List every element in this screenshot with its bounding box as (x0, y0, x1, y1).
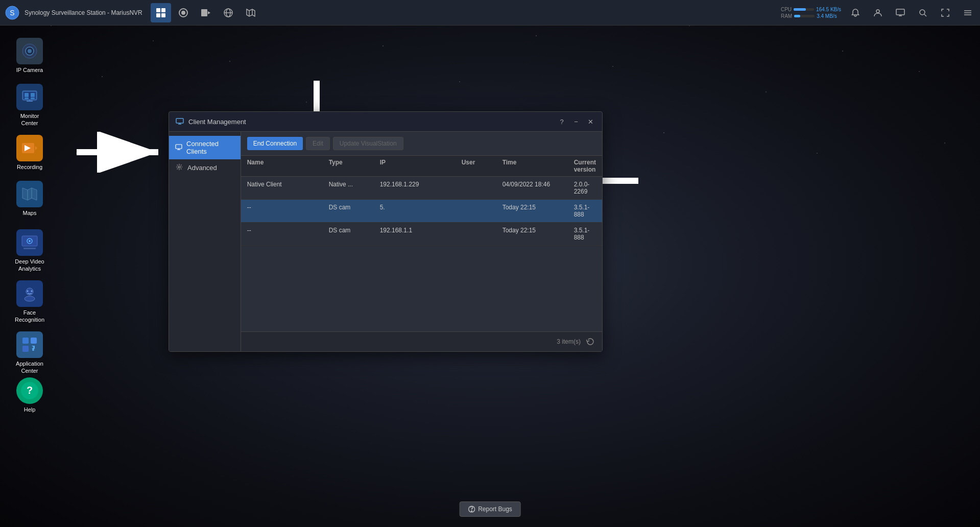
row3-time: Today 22:15 (503, 227, 574, 241)
col-name: Name (247, 159, 329, 173)
ip-camera-label: IP Camera (16, 66, 43, 74)
desktop-icon-application-center[interactable]: Application Center (9, 329, 50, 377)
item-count: 3 item(s) (557, 338, 581, 345)
svg-rect-33 (31, 93, 35, 97)
svg-rect-32 (25, 93, 29, 97)
table-header: Name Type IP User Time Current version (241, 156, 602, 177)
row2-time: Today 22:15 (503, 204, 574, 218)
row1-user (462, 181, 503, 195)
nav-btn-camera[interactable] (173, 3, 194, 22)
connected-clients-icon (175, 143, 182, 152)
dialog-body: Connected Clients Advanced End Conn (169, 132, 602, 351)
data-table: Name Type IP User Time Current version N… (241, 156, 602, 331)
desktop-icon-ip-camera[interactable]: IP Camera (9, 36, 50, 76)
menu-icon[interactable] (960, 5, 976, 21)
update-visual-station-button[interactable]: Update VisualStation (333, 137, 403, 150)
svg-rect-34 (25, 98, 29, 99)
svg-marker-9 (208, 11, 210, 14)
svg-rect-4 (156, 13, 160, 17)
row1-version: 2.0.0-2269 (574, 181, 596, 195)
search-icon[interactable] (915, 5, 931, 21)
app-title: Synology Surveillance Station - MariusNV… (25, 9, 142, 16)
end-connection-button[interactable]: End Connection (247, 137, 303, 150)
dialog-main: End Connection Edit Update VisualStation… (241, 132, 602, 351)
sidebar-item-advanced[interactable]: Advanced (169, 159, 241, 176)
help-button[interactable]: ? (556, 116, 567, 127)
svg-point-65 (178, 166, 180, 168)
user-icon[interactable] (870, 5, 886, 21)
face-recognition-label: Face Recognition (11, 309, 48, 324)
sidebar-item-connected-clients[interactable]: Connected Clients (169, 136, 241, 159)
row1-ip: 192.168.1.229 (380, 181, 462, 195)
svg-point-47 (25, 296, 35, 301)
desktop-icon-monitor-center[interactable]: Monitor Center (9, 82, 50, 129)
deep-video-label: Deep Video Analytics (11, 258, 48, 273)
dialog-toolbar: End Connection Edit Update VisualStation (241, 132, 602, 156)
svg-text:?: ? (27, 385, 33, 396)
col-user: User (462, 159, 503, 173)
nav-btn-network[interactable] (218, 3, 238, 22)
fullscreen-icon[interactable] (937, 5, 953, 21)
row2-type: DS cam (329, 204, 380, 218)
svg-line-21 (924, 14, 926, 16)
table-row[interactable]: -- DS cam 192.168.1.1 Today 22:15 3.5.1-… (241, 223, 602, 246)
col-ip: IP (380, 159, 462, 173)
nav-btn-grid[interactable] (151, 3, 171, 22)
notification-icon[interactable] (847, 5, 864, 21)
desktop-icon-maps[interactable]: Maps (9, 179, 50, 219)
desktop-icon-recording[interactable]: Recording (9, 133, 50, 173)
svg-rect-17 (896, 9, 904, 15)
cpu-ram-monitor: CPU 164.5 KB/s RAM 3.4 MB/s (781, 7, 841, 19)
advanced-label: Advanced (187, 164, 217, 172)
svg-rect-50 (22, 338, 29, 344)
col-time: Time (503, 159, 574, 173)
desktop: S Synology Surveillance Station - Marius… (0, 0, 980, 527)
connected-clients-label: Connected Clients (186, 140, 234, 155)
nav-btn-recording[interactable] (196, 3, 216, 22)
svg-marker-13 (247, 9, 255, 16)
svg-point-44 (29, 240, 31, 242)
svg-point-49 (31, 291, 33, 292)
desktop-icon-face-recognition[interactable]: Face Recognition (9, 278, 50, 326)
svg-rect-3 (161, 8, 165, 12)
application-center-label: Application Center (11, 360, 48, 375)
table-row[interactable]: Native Client Native ... 192.168.1.229 0… (241, 177, 602, 200)
taskbar-nav (151, 3, 261, 22)
svg-point-48 (27, 291, 29, 292)
dialog-controls: ? − ✕ (556, 116, 596, 127)
svg-text:S: S (10, 9, 14, 17)
row3-ip: 192.168.1.1 (380, 227, 462, 241)
svg-rect-2 (156, 8, 160, 12)
app-logo: S (4, 5, 20, 21)
svg-rect-51 (31, 338, 37, 344)
dialog-titlebar: Client Management ? − ✕ (169, 112, 602, 132)
desktop-icon-deep-video[interactable]: Deep Video Analytics (9, 227, 50, 275)
edit-button[interactable]: Edit (306, 137, 330, 150)
svg-point-16 (876, 10, 879, 13)
svg-rect-45 (23, 248, 36, 249)
desktop-icon-btn[interactable] (892, 5, 909, 21)
row3-type: DS cam (329, 227, 380, 241)
report-bugs-button[interactable]: Report Bugs (459, 501, 521, 517)
desktop-icon-help[interactable]: ? Help (9, 375, 50, 415)
dialog-icon (175, 117, 184, 126)
svg-rect-8 (201, 9, 207, 16)
nav-btn-map[interactable] (241, 3, 261, 22)
taskbar-right: CPU 164.5 KB/s RAM 3.4 MB/s (781, 5, 976, 21)
minimize-button[interactable]: − (570, 116, 582, 127)
dialog-sidebar: Connected Clients Advanced (169, 132, 241, 351)
maps-label: Maps (23, 209, 37, 217)
svg-rect-62 (176, 145, 182, 149)
table-row[interactable]: -- DS cam 5. Today 22:15 3.5.1-888 (241, 200, 602, 223)
svg-marker-37 (35, 146, 37, 150)
close-button[interactable]: ✕ (585, 116, 596, 127)
svg-rect-5 (161, 13, 165, 17)
svg-point-7 (181, 11, 185, 15)
row2-name: -- (247, 204, 329, 218)
taskbar: S Synology Surveillance Station - Marius… (0, 0, 980, 26)
report-bugs-label: Report Bugs (478, 506, 512, 513)
svg-rect-59 (176, 118, 183, 123)
client-management-dialog: Client Management ? − ✕ (169, 111, 603, 352)
refresh-button[interactable] (585, 336, 596, 347)
help-label: Help (24, 406, 36, 413)
